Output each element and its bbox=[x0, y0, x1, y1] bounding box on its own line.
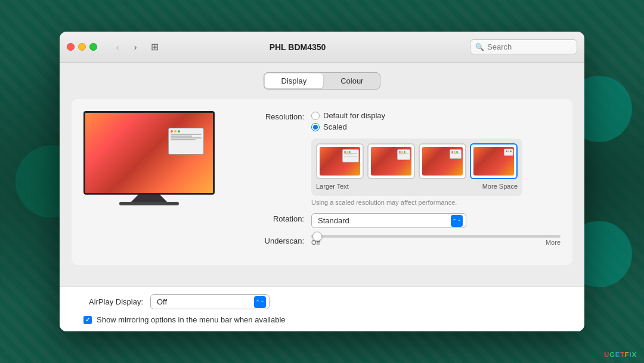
watermark-g: G bbox=[609, 351, 615, 358]
dialog-dot-green bbox=[178, 130, 180, 133]
mini-dots-3 bbox=[451, 151, 460, 153]
mirroring-label: Show mirroring options in the menu bar w… bbox=[97, 315, 286, 324]
underscan-label: Underscan: bbox=[233, 235, 304, 245]
mini-lines-2 bbox=[399, 153, 408, 155]
mini-dot-y-2 bbox=[401, 151, 403, 153]
mini-dot-g-4 bbox=[510, 150, 512, 152]
settings-side: Resolution: Default for display Scaled bbox=[233, 111, 561, 253]
underscan-labels: Off More bbox=[311, 239, 561, 246]
rotation-row: Rotation: Standard 90° 180° 270° bbox=[233, 213, 561, 228]
mini-line-1 bbox=[344, 155, 353, 155]
monitor-screen bbox=[83, 111, 215, 195]
resolution-row: Resolution: Default for display Scaled bbox=[233, 111, 561, 131]
mini-dots-1 bbox=[344, 151, 357, 153]
mini-line-1 bbox=[344, 153, 357, 154]
res-thumb-inner-4 bbox=[473, 147, 514, 176]
resolution-thumbs bbox=[316, 143, 518, 179]
resolution-default-option[interactable]: Default for display bbox=[311, 111, 385, 120]
watermark-u: U bbox=[604, 351, 609, 358]
maximize-button[interactable] bbox=[89, 43, 97, 51]
traffic-lights bbox=[67, 43, 97, 51]
res-thumb-inner-1 bbox=[320, 147, 360, 176]
mini-line-2 bbox=[399, 155, 405, 155]
scaled-resolution-row: Larger Text More Space Using a scaled re… bbox=[311, 139, 561, 206]
performance-note: Using a scaled resolution may affect per… bbox=[311, 199, 457, 206]
search-bar[interactable]: 🔍 bbox=[470, 39, 577, 54]
monitor-preview bbox=[83, 111, 215, 253]
mini-line-3 bbox=[451, 153, 460, 154]
radio-scaled[interactable] bbox=[311, 123, 320, 131]
mini-dots-4 bbox=[506, 150, 512, 152]
thumbs-container: Larger Text More Space bbox=[311, 139, 522, 196]
radio-default[interactable] bbox=[311, 112, 320, 120]
mini-lines-1 bbox=[344, 153, 357, 156]
dialog-dots bbox=[171, 130, 202, 133]
dialog-line bbox=[171, 136, 192, 137]
mini-dot-g-2 bbox=[404, 151, 405, 153]
mini-line-2 bbox=[399, 153, 408, 154]
airplay-select[interactable]: Off bbox=[150, 294, 270, 309]
resolution-scaled-label: Scaled bbox=[323, 122, 347, 131]
resolution-label: Resolution: bbox=[233, 111, 304, 121]
mirroring-checkbox[interactable] bbox=[83, 316, 92, 324]
mirroring-checkbox-row[interactable]: Show mirroring options in the menu bar w… bbox=[83, 315, 572, 324]
dialog-line bbox=[171, 139, 196, 140]
monitor-stand bbox=[131, 195, 167, 202]
bottom-section: AirPlay Display: Off Show mirroring opti… bbox=[60, 287, 584, 331]
res-thumb-1[interactable] bbox=[316, 143, 364, 179]
window-title: PHL BDM4350 bbox=[130, 42, 465, 52]
rotation-label: Rotation: bbox=[233, 213, 304, 223]
dialog-dot-yellow bbox=[174, 130, 177, 133]
mini-lines-3 bbox=[451, 153, 460, 154]
system-preferences-window: ‹ › ⊞ PHL BDM4350 🔍 Display Colour bbox=[60, 32, 584, 331]
tab-display[interactable]: Display bbox=[265, 73, 324, 88]
resolution-default-label: Default for display bbox=[323, 111, 385, 120]
res-thumb-dialog-3 bbox=[450, 149, 462, 159]
search-input[interactable] bbox=[487, 42, 572, 51]
mini-dot-y-3 bbox=[454, 151, 456, 153]
tab-bar: Display Colour bbox=[72, 72, 572, 90]
underscan-slider-row bbox=[311, 235, 561, 238]
res-thumb-2[interactable] bbox=[367, 143, 415, 179]
res-thumb-inner-2 bbox=[371, 147, 411, 176]
airplay-select-wrapper: Off bbox=[150, 294, 270, 309]
close-button[interactable] bbox=[67, 43, 75, 51]
underscan-slider-track[interactable] bbox=[311, 235, 561, 238]
dialog-line bbox=[171, 137, 202, 139]
watermark: UGETFIX bbox=[604, 351, 637, 358]
resolution-scaled-option[interactable]: Scaled bbox=[311, 122, 385, 131]
res-thumb-inner-3 bbox=[422, 147, 463, 176]
mini-dot-r-1 bbox=[344, 151, 346, 153]
tab-group: Display Colour bbox=[264, 72, 381, 90]
watermark-x: X bbox=[632, 351, 637, 358]
underscan-control: Off More bbox=[311, 235, 561, 246]
airplay-label: AirPlay Display: bbox=[72, 297, 143, 306]
settings-panel: Resolution: Default for display Scaled bbox=[72, 99, 572, 265]
res-thumb-3[interactable] bbox=[419, 143, 466, 179]
mini-dots-2 bbox=[399, 151, 408, 153]
mini-dot-g-3 bbox=[456, 151, 458, 153]
mini-dot-g-1 bbox=[349, 151, 351, 153]
back-button[interactable]: ‹ bbox=[109, 39, 126, 56]
res-thumb-dialog-1 bbox=[342, 149, 359, 162]
underscan-slider-thumb[interactable] bbox=[312, 232, 322, 241]
rotation-select[interactable]: Standard 90° 180° 270° bbox=[311, 213, 466, 228]
rotation-select-wrapper: Standard 90° 180° 270° bbox=[311, 213, 466, 228]
dialog-lines bbox=[171, 134, 202, 140]
monitor-base bbox=[119, 202, 179, 205]
resolution-options: Default for display Scaled bbox=[311, 111, 385, 131]
watermark-e: E bbox=[615, 351, 620, 358]
res-thumb-4[interactable] bbox=[470, 143, 518, 179]
tab-colour[interactable]: Colour bbox=[324, 73, 380, 89]
more-space-label: More Space bbox=[482, 183, 518, 190]
monitor-dialog bbox=[168, 128, 204, 155]
resolution-labels: Larger Text More Space bbox=[316, 183, 518, 190]
minimize-button[interactable] bbox=[78, 43, 86, 51]
underscan-row: Underscan: Off More bbox=[233, 235, 561, 246]
search-icon: 🔍 bbox=[475, 43, 484, 51]
mini-dot-y-4 bbox=[508, 150, 510, 152]
mini-dot-r-3 bbox=[451, 151, 453, 153]
dialog-line bbox=[171, 134, 202, 135]
res-thumb-dialog-2 bbox=[397, 149, 410, 160]
watermark-t: T bbox=[620, 351, 625, 358]
